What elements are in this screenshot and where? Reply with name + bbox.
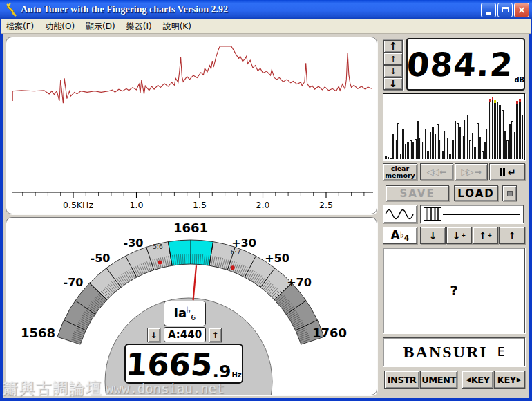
x-axis-tick-label: 0.5KHz	[63, 200, 93, 210]
key-previous-button[interactable]: ◀KEY	[462, 371, 493, 389]
down-arrow-icon: ↓	[429, 230, 437, 241]
instrument-button-right[interactable]: UMENT	[420, 371, 457, 389]
level-down-button[interactable]: ↓	[383, 65, 403, 77]
load-button[interactable]: LOAD	[454, 185, 498, 201]
down-arrow-bold-icon: ↓	[389, 79, 398, 89]
slider-track	[443, 214, 520, 215]
menu-item-k[interactable]: 說明(K)	[158, 19, 197, 34]
histogram-bar	[459, 127, 462, 159]
note-display: la♭6	[164, 301, 206, 326]
histogram-bar	[455, 121, 457, 159]
stop-button[interactable]	[502, 185, 517, 201]
square-icon	[507, 191, 513, 196]
up-arrow-icon: ↑	[508, 230, 516, 241]
up-arrow-icon: ↑	[479, 230, 487, 241]
histogram-bar	[412, 142, 415, 159]
pause-button[interactable]: ↵	[489, 163, 525, 180]
histogram-bar	[472, 133, 474, 159]
spectrum-panel: 0.5KHz1.01.52.02.5	[6, 37, 377, 214]
histogram-peak-tip	[494, 100, 496, 103]
gauge-low-frequency-label: 1568	[21, 326, 55, 340]
maximize-button[interactable]	[497, 3, 513, 17]
minimize-button[interactable]	[481, 3, 496, 17]
histogram-bar	[479, 137, 482, 159]
rewind-button[interactable]: ◁◁ ←	[420, 163, 453, 180]
clear-memory-button[interactable]: clear memory	[383, 163, 417, 180]
forward-button[interactable]: ▷▷ →	[455, 163, 488, 180]
pitch-up-octave-button[interactable]: ↑	[499, 227, 525, 244]
instrument-display: BANSURI E	[383, 337, 525, 366]
title-bar[interactable]: Auto Tuner with the Fingering charts Ver…	[0, 0, 532, 19]
pause-icon	[500, 168, 502, 176]
save-button[interactable]: SAVE	[386, 185, 449, 201]
histogram-bar	[462, 136, 464, 159]
histogram-bar	[519, 99, 521, 159]
ratio-marker-label: 6:7	[231, 249, 240, 256]
fingering-chart-display: ?	[383, 248, 525, 333]
db-level-display: 084.2 dB	[406, 38, 525, 91]
waveform-button[interactable]	[383, 205, 417, 223]
pitch-down-step-button[interactable]: ↓+	[446, 227, 472, 244]
level-up-fast-button[interactable]: ↑	[383, 40, 403, 53]
histogram-bar	[504, 131, 506, 159]
histogram-bar	[439, 140, 441, 159]
up-arrow-bold-icon: ↑	[389, 41, 398, 52]
level-up-button[interactable]: ↑	[383, 53, 403, 65]
histogram-bar	[497, 102, 499, 159]
histogram-bar	[435, 134, 437, 159]
window-title: Auto Tuner with the Fingering charts Ver…	[21, 4, 228, 15]
histogram-bar	[425, 129, 427, 160]
ratio-marker-dot	[158, 260, 162, 264]
x-axis-tick-label: 2.0	[256, 200, 270, 210]
menu-item-f[interactable]: 檔案(F)	[1, 19, 39, 34]
level-histogram	[383, 93, 525, 160]
histogram-bar	[516, 101, 518, 159]
histogram-peak-tip	[489, 99, 491, 102]
histogram-bar	[419, 138, 421, 159]
key-next-button[interactable]: KEY▶	[494, 371, 525, 389]
histogram-bar	[511, 121, 513, 159]
reference-up-button[interactable]: ↑	[209, 328, 222, 342]
histogram-bar	[499, 105, 501, 159]
close-button[interactable]: ×	[514, 3, 529, 17]
gauge-high-frequency-label: 1760	[312, 326, 347, 340]
minimize-icon	[486, 12, 491, 15]
histogram-bar	[522, 115, 524, 159]
histogram-bar	[449, 154, 451, 159]
histogram-bar	[457, 123, 459, 159]
ratio-marker-dot	[231, 265, 235, 270]
watermark: 簫與古調論壇 www.donsiau.net	[3, 378, 225, 399]
menu-item-d[interactable]: 顯示(D)	[80, 19, 121, 34]
histogram-bar	[427, 151, 429, 159]
pitch-up-step-button[interactable]: ↑+	[473, 227, 498, 244]
ratio-marker-label: 5:6	[153, 243, 163, 250]
reference-down-button[interactable]: ↓	[147, 328, 160, 342]
menu-item-i[interactable]: 樂器(I)	[121, 19, 158, 34]
menu-bar: 檔案(F)功能(O)顯示(D)樂器(I)說明(K)	[1, 19, 531, 34]
reference-pitch-display: A:440	[164, 327, 206, 342]
histogram-peak-tip	[516, 101, 518, 104]
slider-handle[interactable]	[424, 207, 441, 221]
histogram-bar	[484, 142, 486, 159]
histogram-bar	[415, 139, 417, 159]
histogram-bar	[486, 129, 488, 160]
x-axis-tick-label: 1.5	[193, 200, 207, 210]
gauge-cents-label: +70	[287, 276, 312, 289]
pitch-down-octave-button[interactable]: ↓	[420, 227, 446, 244]
position-slider[interactable]	[420, 205, 524, 223]
histogram-bar	[464, 120, 466, 159]
maximize-icon	[502, 7, 509, 12]
histogram-bar	[447, 138, 449, 159]
pitch-note-button[interactable]: A♭4	[383, 227, 417, 244]
gauge-cents-label: -70	[64, 276, 84, 289]
menu-item-o[interactable]: 功能(O)	[39, 19, 80, 34]
histogram-bar	[469, 140, 471, 159]
instrument-key: E	[497, 345, 505, 359]
tuner-gauge-panel: -30+30-50+50-70+701661156817605:66:7 la♭…	[6, 217, 377, 395]
up-arrow-icon: ↑	[211, 330, 218, 340]
forward-icon: ▷▷	[461, 167, 472, 177]
histogram-bar	[430, 132, 432, 159]
level-down-fast-button[interactable]: ↓	[383, 77, 403, 90]
instrument-button-left[interactable]: INSTR	[384, 371, 419, 389]
histogram-bar	[397, 123, 399, 159]
